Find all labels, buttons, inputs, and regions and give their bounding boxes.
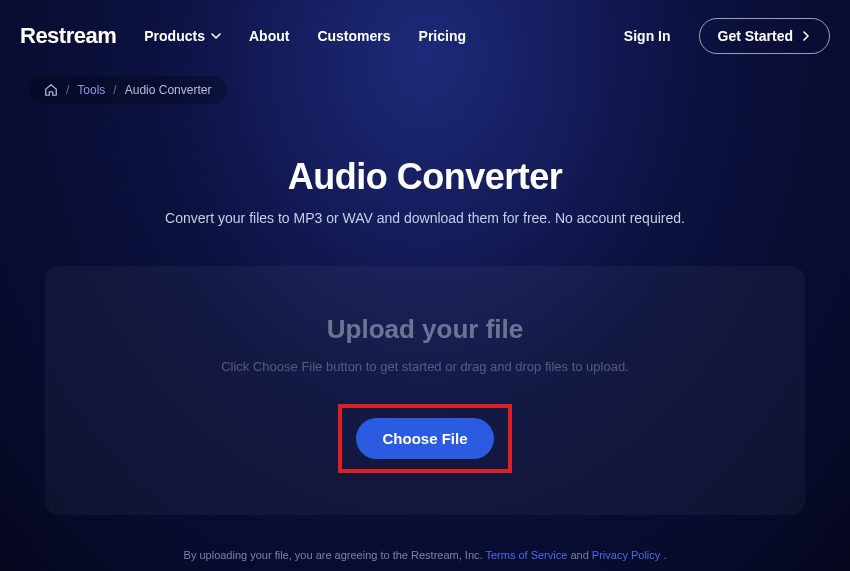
upload-heading: Upload your file — [65, 314, 785, 345]
nav-pricing[interactable]: Pricing — [419, 28, 466, 44]
terms-of-service-link[interactable]: Terms of Service — [485, 549, 567, 561]
nav-items: Products About Customers Pricing — [144, 28, 466, 44]
breadcrumb: / Tools / Audio Converter — [28, 76, 850, 104]
home-icon[interactable] — [44, 83, 58, 97]
get-started-label: Get Started — [718, 28, 793, 44]
get-started-button[interactable]: Get Started — [699, 18, 830, 54]
nav-about[interactable]: About — [249, 28, 289, 44]
upload-hint: Click Choose File button to get started … — [65, 359, 785, 374]
footer-and: and — [570, 549, 591, 561]
nav-products[interactable]: Products — [144, 28, 221, 44]
nav-customers[interactable]: Customers — [317, 28, 390, 44]
upload-panel[interactable]: Upload your file Click Choose File butto… — [45, 266, 805, 515]
choose-file-highlight: Choose File — [338, 404, 511, 473]
choose-file-button[interactable]: Choose File — [356, 418, 493, 459]
brand-logo[interactable]: Restream — [20, 23, 116, 49]
footer-legal: By uploading your file, you are agreeing… — [0, 549, 850, 561]
footer-dot: . — [663, 549, 666, 561]
signin-link[interactable]: Sign In — [624, 28, 671, 44]
chevron-down-icon — [211, 31, 221, 41]
nav-products-label: Products — [144, 28, 205, 44]
breadcrumb-tools[interactable]: Tools — [77, 83, 105, 97]
top-nav: Restream Products About Customers Pricin… — [0, 0, 850, 66]
footer-prefix: By uploading your file, you are agreeing… — [184, 549, 486, 561]
privacy-policy-link[interactable]: Privacy Policy — [592, 549, 660, 561]
page-subtitle: Convert your files to MP3 or WAV and dow… — [0, 210, 850, 226]
hero: Audio Converter Convert your files to MP… — [0, 156, 850, 226]
breadcrumb-sep: / — [66, 83, 69, 97]
chevron-right-icon — [801, 31, 811, 41]
page-title: Audio Converter — [0, 156, 850, 198]
breadcrumb-sep: / — [113, 83, 116, 97]
breadcrumb-current: Audio Converter — [125, 83, 212, 97]
